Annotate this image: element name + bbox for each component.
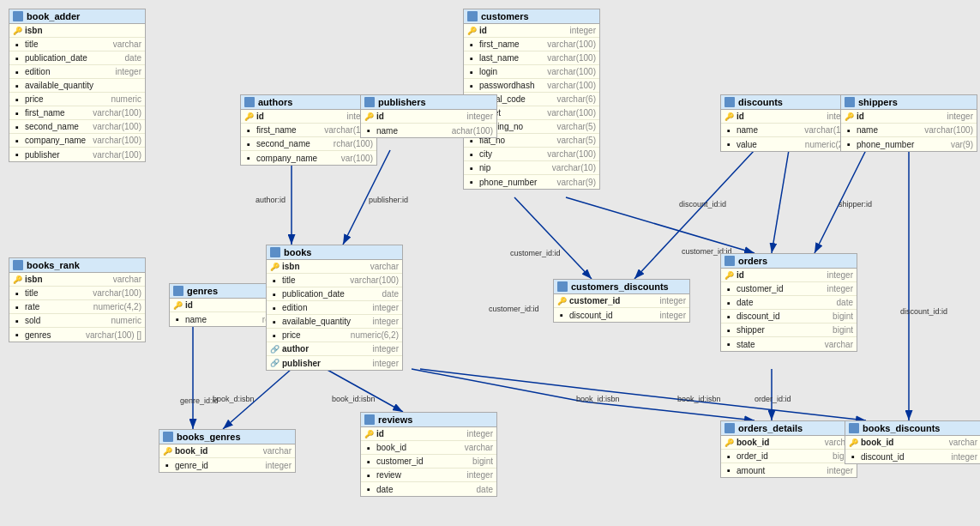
table-row: ▪cityvarchar(100) <box>464 148 599 161</box>
field-name: second_name <box>25 122 89 131</box>
field-icon: ▪ <box>364 457 373 466</box>
field-icon: ▪ <box>364 485 373 493</box>
table-row: 🔑isbnvarchar <box>9 273 145 287</box>
table-row: ▪customer_idinteger <box>721 282 857 296</box>
field-name: passwordhash <box>479 81 544 90</box>
field-icon: ▪ <box>13 123 21 131</box>
table-discounts: discounts🔑idinteger▪namevarchar(100)▪val… <box>720 94 857 152</box>
table-row: ▪titlevarchar(100) <box>9 287 145 300</box>
table-title-orders_details: orders_details <box>738 423 803 433</box>
table-title-discounts: discounts <box>738 97 783 107</box>
table-reviews: reviews🔑idinteger▪book_idvarchar▪custome… <box>360 412 497 497</box>
table-row: 🔗authorinteger <box>267 342 402 356</box>
field-name: state <box>737 340 821 349</box>
field-icon: ▪ <box>13 136 21 145</box>
table-icon-publishers <box>364 97 375 107</box>
table-row: ▪company_namevar(100) <box>241 151 376 165</box>
rel-label-bookd: book_d:isbn <box>213 395 255 403</box>
svg-line-15 <box>600 390 866 420</box>
field-name: last_name <box>479 53 544 63</box>
field-icon: ▪ <box>13 68 21 76</box>
field-name: first_name <box>25 108 89 118</box>
field-type: integer <box>372 359 399 368</box>
field-type: bigint <box>833 311 853 321</box>
pk-icon: 🔑 <box>467 27 476 35</box>
field-type: varchar(100) <box>93 288 141 298</box>
table-row: ▪discount_idbigint <box>721 310 857 323</box>
field-type: varchar <box>263 446 292 456</box>
table-icon-customers_discounts <box>557 281 568 292</box>
field-name: shipper <box>737 325 829 335</box>
table-title-customers_discounts: customers_discounts <box>571 281 669 292</box>
field-name: price <box>25 94 107 104</box>
table-title-orders: orders <box>738 256 767 266</box>
field-type: integer <box>827 466 853 475</box>
table-header-customers: customers <box>464 9 599 24</box>
field-icon: ▪ <box>724 466 733 475</box>
field-type: numeric <box>111 94 141 104</box>
table-row: 🔑book_idvarchar <box>845 436 980 450</box>
field-name: name <box>185 315 259 324</box>
field-type: integer <box>827 270 853 280</box>
svg-line-11 <box>326 369 403 412</box>
table-row: ▪datedate <box>361 482 496 496</box>
field-name: book_id <box>376 443 461 452</box>
table-orders_details: orders_details🔑book_idvarchar▪order_idbi… <box>720 420 857 478</box>
field-name: phone_number <box>857 140 947 149</box>
field-type: varchar(6) <box>556 94 596 104</box>
field-name: review <box>376 470 463 480</box>
table-row: ▪discount_idinteger <box>554 308 689 322</box>
table-books: books🔑isbnvarchar▪titlevarchar(100)▪publ… <box>266 245 403 371</box>
table-icon-books_discounts <box>849 423 859 433</box>
field-name: discount_id <box>861 452 947 462</box>
field-name: first_name <box>256 125 321 135</box>
field-type: integer <box>372 344 399 354</box>
field-icon: ▪ <box>467 178 476 186</box>
field-name: discount_id <box>737 311 829 321</box>
field-name: value <box>737 140 802 149</box>
table-row: 🔑idinteger <box>721 110 857 124</box>
table-row: ▪last_namevarchar(100) <box>464 51 599 65</box>
field-name: second_name <box>256 139 330 148</box>
field-name: id <box>737 112 823 121</box>
field-name: book_id <box>737 438 821 447</box>
field-type: date <box>477 485 493 494</box>
field-name: name <box>376 126 448 136</box>
rel-label-publisher: publisher:id <box>369 196 408 204</box>
svg-line-12 <box>412 369 583 402</box>
field-type: var(9) <box>951 140 973 149</box>
field-icon: ▪ <box>845 140 853 148</box>
rel-label-customer1: customer_id:id <box>510 249 561 257</box>
field-icon: ▪ <box>845 126 853 135</box>
pk-icon: 🔑 <box>13 275 21 284</box>
table-row: ▪first_namevarchar(100) <box>9 106 145 120</box>
table-icon-orders <box>724 256 735 266</box>
field-type: integer <box>466 429 493 438</box>
field-icon: ▪ <box>724 326 733 335</box>
field-icon: ▪ <box>13 150 21 159</box>
table-row: ▪discount_idinteger <box>845 450 980 463</box>
field-icon: ▪ <box>244 126 253 135</box>
pk-icon: 🔑 <box>849 438 857 447</box>
field-type: varchar <box>465 443 493 452</box>
field-name: isbn <box>25 275 110 284</box>
field-type: integer <box>659 311 686 320</box>
table-row: ▪namevarchar(100) <box>841 124 977 137</box>
field-name: book_id <box>861 438 946 447</box>
field-name: customer_id <box>376 456 469 466</box>
table-title-reviews: reviews <box>378 414 412 425</box>
table-header-books_rank: books_rank <box>9 258 145 273</box>
table-title-books: books <box>284 247 311 257</box>
table-orders: orders🔑idinteger▪customer_idinteger▪date… <box>720 253 857 352</box>
table-row: 🔑isbnvarchar <box>267 260 402 274</box>
table-row: 🔑idinteger <box>241 110 376 124</box>
table-title-authors: authors <box>258 97 292 107</box>
table-row: ▪customer_idbigint <box>361 455 496 469</box>
table-row: 🔑book_idvarchar <box>721 436 857 450</box>
field-name: publication_date <box>282 289 379 299</box>
table-title-book_adder: book_adder <box>27 11 80 21</box>
table-icon-authors <box>244 97 255 107</box>
table-title-genres: genres <box>187 286 218 296</box>
field-name: title <box>282 275 346 285</box>
table-row: ▪amountinteger <box>721 463 857 477</box>
